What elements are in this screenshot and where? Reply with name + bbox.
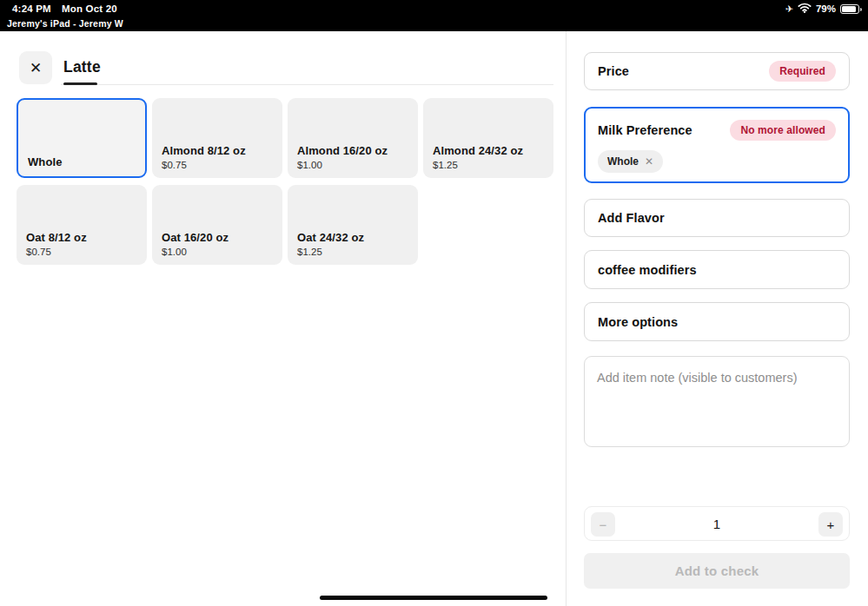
more-options-section[interactable]: More options (584, 302, 850, 341)
tab-item-name[interactable]: Latte (63, 58, 101, 76)
option-name: Oat 8/12 oz (26, 231, 140, 244)
quantity-increase-button[interactable]: + (818, 512, 843, 537)
chip-remove-icon[interactable]: ✕ (645, 155, 653, 168)
required-badge: Required (769, 61, 836, 82)
option-tile-whole[interactable]: Whole (17, 98, 147, 178)
device-name: Jeremy's iPad - Jeremy W (7, 18, 123, 29)
status-icons: ✈ 79% (785, 0, 859, 17)
option-tile-oat-16-20[interactable]: Oat 16/20 oz $1.00 (152, 185, 282, 265)
close-button[interactable]: ✕ (19, 51, 52, 84)
option-tile-almond-16-20[interactable]: Almond 16/20 oz $1.00 (288, 98, 418, 178)
option-price: $1.00 (162, 247, 275, 257)
option-tile-oat-8-12[interactable]: Oat 8/12 oz $0.75 (17, 185, 147, 265)
option-name: Almond 24/32 oz (433, 144, 547, 157)
coffee-modifiers-section[interactable]: coffee modifiers (584, 250, 850, 289)
option-tile-almond-8-12[interactable]: Almond 8/12 oz $0.75 (152, 98, 282, 178)
active-tab-underline (63, 82, 97, 85)
modifier-options-grid: Whole Almond 8/12 oz $0.75 Almond 16/20 … (17, 98, 553, 265)
battery-percent: 79% (816, 3, 836, 14)
option-price: $1.25 (433, 160, 547, 170)
price-section[interactable]: Price Required (584, 52, 850, 90)
date: Mon Oct 20 (62, 3, 117, 14)
option-name: Whole (28, 155, 138, 168)
no-more-allowed-badge: No more allowed (730, 120, 836, 141)
option-price: $0.75 (26, 247, 140, 257)
milk-preference-label: Milk Preference (598, 123, 692, 137)
close-icon: ✕ (30, 59, 42, 77)
option-tile-almond-24-32[interactable]: Almond 24/32 oz $1.25 (423, 98, 553, 178)
home-indicator[interactable] (320, 596, 547, 600)
add-flavor-label: Add Flavor (598, 211, 665, 225)
price-label: Price (598, 64, 629, 78)
option-name: Almond 16/20 oz (297, 144, 411, 157)
option-tile-oat-24-32[interactable]: Oat 24/32 oz $1.25 (288, 185, 418, 265)
coffee-modifiers-label: coffee modifiers (598, 263, 697, 277)
minus-icon: − (600, 518, 607, 531)
add-to-check-button[interactable]: Add to check (584, 553, 850, 589)
clock: 4:24 PM (12, 3, 51, 14)
wifi-icon (798, 1, 812, 16)
add-flavor-section[interactable]: Add Flavor (584, 199, 850, 237)
option-name: Oat 16/20 oz (162, 231, 275, 244)
airplane-mode-icon: ✈ (785, 4, 793, 14)
option-name: Oat 24/32 oz (297, 231, 411, 244)
battery-icon (840, 4, 859, 14)
header-divider (61, 84, 553, 85)
option-price: $1.00 (297, 160, 411, 170)
option-name: Almond 8/12 oz (162, 144, 275, 157)
status-bar-row-1: 4:24 PM Mon Oct 20 ✈ 79% (0, 0, 868, 17)
selected-modifier-chip[interactable]: Whole ✕ (598, 150, 663, 173)
chip-label: Whole (607, 155, 639, 168)
option-price: $0.75 (162, 160, 275, 170)
quantity-decrease-button[interactable]: − (591, 512, 615, 537)
quantity-value: 1 (585, 507, 849, 540)
option-price: $1.25 (297, 247, 411, 257)
quantity-stepper: 1 − + (584, 506, 850, 541)
panel-divider (566, 31, 567, 606)
item-note-input[interactable] (584, 356, 850, 447)
milk-preference-section[interactable]: Milk Preference No more allowed Whole ✕ (584, 107, 850, 183)
more-options-label: More options (598, 315, 678, 329)
plus-icon: + (827, 518, 835, 531)
status-bar: 4:24 PM Mon Oct 20 ✈ 79% Jeremy's iPad -… (0, 0, 868, 31)
